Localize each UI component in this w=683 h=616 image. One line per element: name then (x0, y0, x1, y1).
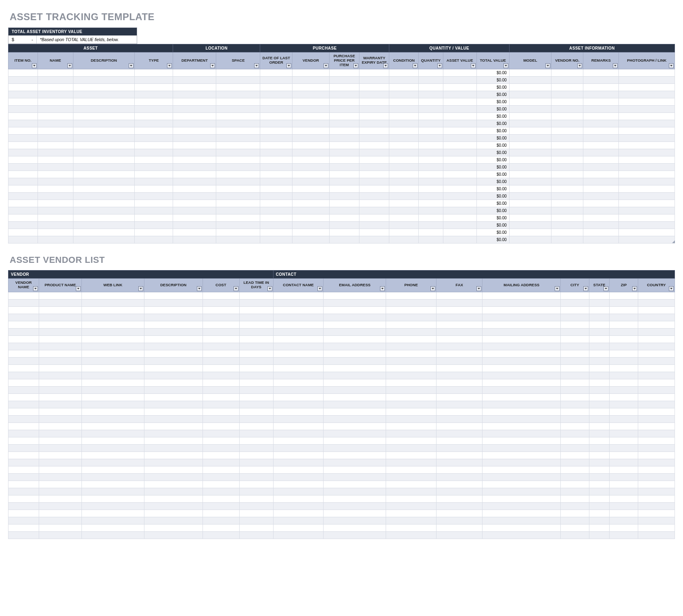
cell[interactable] (589, 422, 610, 430)
cell[interactable] (81, 510, 144, 517)
cell[interactable] (610, 364, 638, 372)
cell[interactable] (73, 221, 134, 229)
cell[interactable] (389, 185, 419, 192)
cell[interactable] (39, 415, 81, 422)
cell[interactable] (135, 200, 173, 207)
cell[interactable] (8, 401, 39, 408)
cell[interactable] (81, 401, 144, 408)
cell[interactable] (619, 221, 675, 229)
cell[interactable]: $0.00 (476, 76, 509, 83)
filter-dropdown-icon[interactable] (503, 63, 508, 68)
cell[interactable] (359, 214, 389, 221)
cell[interactable]: $0.00 (476, 221, 509, 229)
cell[interactable] (273, 488, 324, 495)
cell[interactable] (324, 430, 386, 437)
cell[interactable] (39, 510, 81, 517)
cell[interactable] (561, 292, 589, 299)
cell[interactable] (324, 364, 386, 372)
cell[interactable] (619, 120, 675, 127)
cell[interactable] (203, 473, 239, 481)
table-row[interactable]: $0.00 (8, 156, 675, 163)
cell[interactable]: $0.00 (476, 134, 509, 142)
cell[interactable] (324, 357, 386, 364)
cell[interactable] (8, 481, 39, 488)
cell[interactable] (583, 178, 619, 185)
cell[interactable] (203, 386, 239, 393)
filter-dropdown-icon[interactable] (286, 63, 291, 68)
cell[interactable] (610, 357, 638, 364)
cell[interactable] (482, 350, 561, 357)
cell[interactable] (8, 91, 38, 98)
cell[interactable] (73, 171, 134, 178)
cell[interactable] (144, 510, 203, 517)
cell[interactable] (135, 221, 173, 229)
filter-dropdown-icon[interactable] (210, 63, 215, 68)
cell[interactable] (73, 192, 134, 200)
cell[interactable] (389, 192, 419, 200)
cell[interactable] (273, 466, 324, 473)
cell[interactable] (135, 207, 173, 214)
cell[interactable] (589, 306, 610, 314)
cell[interactable] (260, 207, 292, 214)
cell[interactable] (389, 229, 419, 236)
asset-col-description[interactable]: DESCRIPTION (73, 52, 134, 69)
cell[interactable] (273, 415, 324, 422)
cell[interactable] (8, 459, 39, 466)
cell[interactable] (292, 83, 330, 91)
resize-handle-icon[interactable] (672, 240, 675, 243)
cell[interactable] (583, 76, 619, 83)
cell[interactable]: $0.00 (476, 236, 509, 243)
cell[interactable] (239, 473, 273, 481)
cell[interactable] (273, 314, 324, 321)
cell[interactable] (135, 120, 173, 127)
cell[interactable] (8, 357, 39, 364)
cell[interactable] (38, 178, 73, 185)
cell[interactable] (482, 299, 561, 306)
cell[interactable] (589, 415, 610, 422)
asset-col-item-no-[interactable]: ITEM NO. (8, 52, 38, 69)
cell[interactable] (260, 149, 292, 156)
cell[interactable] (419, 76, 443, 83)
cell[interactable] (39, 524, 81, 531)
cell[interactable] (203, 524, 239, 531)
cell[interactable] (8, 372, 39, 379)
cell[interactable]: $0.00 (476, 69, 509, 76)
cell[interactable] (419, 214, 443, 221)
cell[interactable] (482, 292, 561, 299)
cell[interactable] (144, 415, 203, 422)
cell[interactable] (39, 452, 81, 459)
cell[interactable] (239, 408, 273, 415)
cell[interactable] (619, 171, 675, 178)
cell[interactable] (509, 214, 551, 221)
cell[interactable] (173, 69, 216, 76)
cell[interactable] (173, 83, 216, 91)
filter-dropdown-icon[interactable] (353, 63, 358, 68)
cell[interactable] (638, 393, 675, 401)
cell[interactable] (619, 134, 675, 142)
cell[interactable] (436, 401, 482, 408)
cell[interactable] (324, 379, 386, 386)
cell[interactable] (73, 149, 134, 156)
table-row[interactable] (8, 393, 675, 401)
cell[interactable] (638, 502, 675, 510)
cell[interactable] (619, 127, 675, 134)
cell[interactable] (144, 364, 203, 372)
cell[interactable] (8, 105, 38, 112)
cell[interactable] (561, 357, 589, 364)
cell[interactable] (583, 142, 619, 149)
cell[interactable] (203, 372, 239, 379)
cell[interactable] (81, 495, 144, 502)
cell[interactable] (329, 229, 359, 236)
cell[interactable]: $0.00 (476, 207, 509, 214)
cell[interactable] (135, 229, 173, 236)
cell[interactable] (436, 495, 482, 502)
cell[interactable] (359, 163, 389, 171)
table-row[interactable] (8, 306, 675, 314)
cell[interactable] (203, 335, 239, 343)
vendor-col-phone[interactable]: PHONE (386, 278, 437, 292)
cell[interactable] (81, 321, 144, 328)
asset-col-name[interactable]: NAME (38, 52, 73, 69)
cell[interactable] (39, 321, 81, 328)
table-row[interactable] (8, 386, 675, 393)
cell[interactable] (359, 105, 389, 112)
